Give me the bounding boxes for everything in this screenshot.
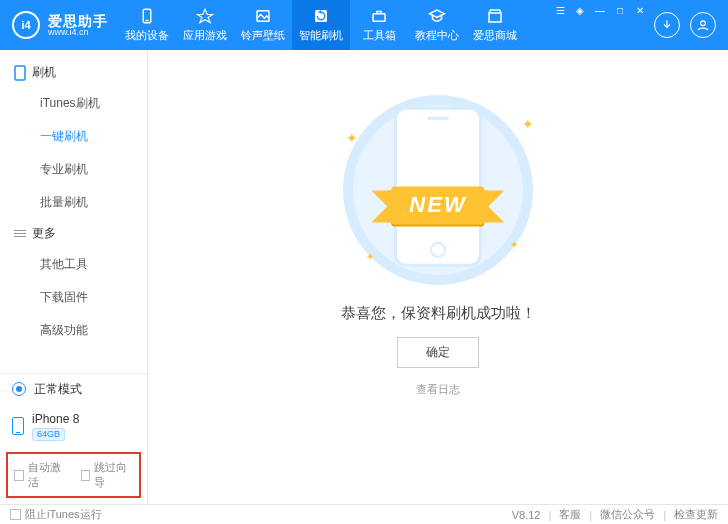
user-icon (696, 18, 710, 32)
mode-label: 正常模式 (34, 381, 82, 398)
sidebar: 刷机 iTunes刷机 一键刷机 专业刷机 批量刷机 更多 其他工具 下载固件 … (0, 50, 148, 504)
device-capacity: 64GB (32, 428, 65, 441)
toolbox-icon (370, 7, 388, 25)
grad-icon (428, 7, 446, 25)
sidebar-group-more[interactable]: 更多 (0, 219, 147, 248)
checkbox-label: 阻止iTunes运行 (25, 507, 102, 522)
nav-label: 铃声壁纸 (241, 28, 285, 43)
device-name: iPhone 8 (32, 412, 79, 426)
phone-icon (12, 417, 24, 435)
account-button[interactable] (690, 12, 716, 38)
more-icon (14, 230, 26, 237)
sidebar-group-label: 更多 (32, 225, 56, 242)
skin-icon[interactable]: ◈ (574, 4, 586, 16)
svg-rect-4 (373, 14, 385, 22)
nav-toolbox[interactable]: 工具箱 (350, 0, 408, 50)
new-ribbon: NEW (391, 186, 484, 224)
checkbox-label: 自动激活 (28, 460, 67, 490)
wechat-link[interactable]: 微信公众号 (600, 507, 655, 522)
support-link[interactable]: 客服 (559, 507, 581, 522)
checkbox-label: 跳过向导 (94, 460, 133, 490)
mode-indicator[interactable]: 正常模式 (0, 374, 147, 405)
nav-label: 工具箱 (363, 28, 396, 43)
svg-rect-6 (15, 66, 25, 80)
device-icon (14, 65, 26, 81)
nav-my-device[interactable]: 我的设备 (118, 0, 176, 50)
sidebar-item-download-firmware[interactable]: 下载固件 (0, 281, 147, 314)
menu-icon[interactable]: ☰ (554, 4, 566, 16)
sidebar-item-pro-flash[interactable]: 专业刷机 (0, 153, 147, 186)
sidebar-item-batch-flash[interactable]: 批量刷机 (0, 186, 147, 219)
logo-icon: i4 (12, 11, 40, 39)
status-bar: 阻止iTunes运行 V8.12 | 客服 | 微信公众号 | 检查更新 (0, 504, 728, 524)
sidebar-group-flash[interactable]: 刷机 (0, 58, 147, 87)
refresh-icon (312, 7, 330, 25)
nav-tutorial[interactable]: 教程中心 (408, 0, 466, 50)
image-icon (254, 7, 272, 25)
brand: i4 爱思助手 www.i4.cn (0, 11, 118, 39)
nav-flash[interactable]: 智能刷机 (292, 0, 350, 50)
svg-point-5 (701, 21, 706, 26)
nav-label: 我的设备 (125, 28, 169, 43)
device-indicator[interactable]: iPhone 8 64GB (0, 405, 147, 448)
download-icon (660, 18, 674, 32)
checkbox-icon (14, 470, 24, 481)
success-illustration: NEW ✦ ✦ ✦ ✦ (328, 90, 548, 290)
phone-icon (138, 7, 156, 25)
nav-apps[interactable]: 应用游戏 (176, 0, 234, 50)
nav-store[interactable]: 爱思商城 (466, 0, 524, 50)
block-itunes-checkbox[interactable]: 阻止iTunes运行 (10, 507, 102, 522)
brand-name: 爱思助手 (48, 14, 108, 28)
download-button[interactable] (654, 12, 680, 38)
checkbox-icon (10, 509, 21, 520)
nav-label: 教程中心 (415, 28, 459, 43)
titlebar: i4 爱思助手 www.i4.cn 我的设备 应用游戏 铃声壁纸 智能刷机 工具… (0, 0, 728, 50)
mode-dot-icon (12, 382, 26, 396)
brand-url: www.i4.cn (48, 28, 108, 37)
store-icon (486, 7, 504, 25)
window-controls: ☰ ◈ — □ ✕ (554, 0, 646, 50)
auto-activate-checkbox[interactable]: 自动激活 (14, 460, 67, 490)
check-update-link[interactable]: 检查更新 (674, 507, 718, 522)
checkbox-icon (81, 470, 91, 481)
success-message: 恭喜您，保资料刷机成功啦！ (341, 304, 536, 323)
sidebar-item-itunes-flash[interactable]: iTunes刷机 (0, 87, 147, 120)
nav-label: 智能刷机 (299, 28, 343, 43)
view-log-link[interactable]: 查看日志 (416, 382, 460, 397)
sidebar-item-onekey-flash[interactable]: 一键刷机 (0, 120, 147, 153)
sidebar-item-advanced[interactable]: 高级功能 (0, 314, 147, 347)
sidebar-group-label: 刷机 (32, 64, 56, 81)
top-nav: 我的设备 应用游戏 铃声壁纸 智能刷机 工具箱 教程中心 爱思商城 (118, 0, 524, 50)
nav-ringtone[interactable]: 铃声壁纸 (234, 0, 292, 50)
sidebar-item-other-tools[interactable]: 其他工具 (0, 248, 147, 281)
maximize-icon[interactable]: □ (614, 4, 626, 16)
close-icon[interactable]: ✕ (634, 4, 646, 16)
main-content: NEW ✦ ✦ ✦ ✦ 恭喜您，保资料刷机成功啦！ 确定 查看日志 (148, 50, 728, 504)
apps-icon (196, 7, 214, 25)
nav-label: 爱思商城 (473, 28, 517, 43)
skip-wizard-checkbox[interactable]: 跳过向导 (81, 460, 134, 490)
ok-button[interactable]: 确定 (397, 337, 479, 368)
minimize-icon[interactable]: — (594, 4, 606, 16)
highlight-box: 自动激活 跳过向导 (6, 452, 141, 498)
nav-label: 应用游戏 (183, 28, 227, 43)
version-label: V8.12 (512, 509, 541, 521)
